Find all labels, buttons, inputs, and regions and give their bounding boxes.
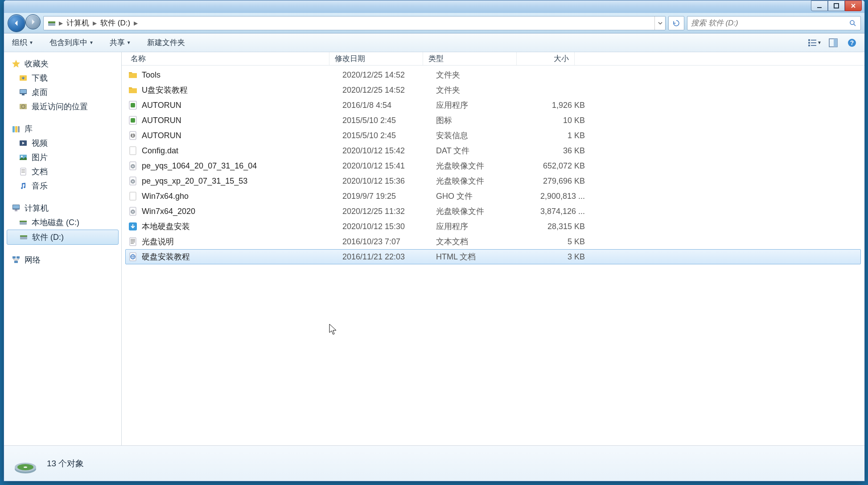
- file-row[interactable]: AUTORUN 2015/5/10 2:45 安装信息 1 KB: [125, 128, 861, 143]
- sidebar-header-computer[interactable]: 计算机: [4, 201, 121, 215]
- breadcrumb-bar[interactable]: ▶ 计算机 ▶ 软件 (D:) ▶: [43, 16, 666, 30]
- refresh-button[interactable]: [668, 16, 684, 30]
- svg-rect-3: [48, 21, 55, 23]
- breadcrumb-item[interactable]: 计算机: [64, 16, 92, 30]
- file-row[interactable]: Config.dat 2020/10/12 15:42 DAT 文件 36 KB: [125, 143, 861, 158]
- file-row[interactable]: 光盘说明 2016/10/23 7:07 文本文档 5 KB: [125, 234, 861, 249]
- back-button[interactable]: [8, 14, 25, 32]
- sidebar-item-downloads[interactable]: 下载: [4, 71, 121, 85]
- column-label: 修改日期: [335, 53, 365, 64]
- new-folder-button[interactable]: 新建文件夹: [144, 36, 188, 49]
- sidebar-item-drive-d[interactable]: 软件 (D:): [7, 230, 119, 245]
- sidebar-label: 音乐: [32, 181, 48, 191]
- column-type[interactable]: 类型: [423, 52, 517, 65]
- file-row[interactable]: Win7x64.gho 2019/9/7 19:25 GHO 文件 2,900,…: [125, 189, 861, 204]
- search-box[interactable]: [687, 16, 861, 30]
- file-icon: [128, 145, 138, 156]
- file-date: 2019/9/7 19:25: [342, 192, 436, 201]
- file-type: DAT 文件: [436, 145, 530, 156]
- svg-point-72: [24, 466, 27, 468]
- body-area: 收藏夹 下载 桌面 最近访问的位置 库 视频 图片 文档 音乐 计算机 本地磁盘…: [4, 52, 864, 445]
- file-row[interactable]: Win7x64_2020 2020/12/25 11:32 光盘映像文件 3,8…: [125, 204, 861, 219]
- sidebar-group-network: 网络: [4, 253, 121, 267]
- maximize-button[interactable]: [828, 0, 845, 11]
- svg-rect-27: [21, 168, 26, 175]
- column-label: 大小: [554, 53, 569, 64]
- file-icon: [128, 236, 138, 247]
- status-text: 13 个对象: [47, 458, 84, 469]
- sidebar-header-libraries[interactable]: 库: [4, 122, 121, 136]
- star-icon: [11, 59, 21, 69]
- column-date[interactable]: 修改日期: [329, 52, 423, 65]
- file-name: Tools: [142, 70, 342, 80]
- svg-point-59: [132, 211, 134, 213]
- svg-rect-49: [130, 147, 136, 155]
- sidebar-label: 计算机: [25, 203, 49, 214]
- svg-rect-5: [808, 39, 810, 41]
- toolbar-label: 新建文件夹: [147, 37, 185, 48]
- file-name: AUTORUN: [142, 131, 342, 140]
- breadcrumb-dropdown[interactable]: [654, 16, 665, 30]
- library-icon: [11, 124, 21, 134]
- chevron-down-icon: ▼: [29, 40, 33, 45]
- file-size: 5 KB: [530, 237, 585, 247]
- sidebar-item-desktop[interactable]: 桌面: [4, 85, 121, 99]
- svg-rect-9: [811, 42, 816, 43]
- help-button[interactable]: ?: [845, 37, 859, 49]
- view-mode-button[interactable]: ▼: [807, 37, 822, 49]
- close-button[interactable]: [845, 0, 862, 11]
- column-name[interactable]: 名称: [125, 52, 329, 65]
- file-date: 2020/12/25 11:32: [342, 207, 436, 216]
- sidebar-label: 桌面: [32, 87, 48, 98]
- sidebar-label: 库: [25, 123, 33, 134]
- column-size[interactable]: 大小: [517, 52, 575, 65]
- svg-rect-38: [12, 256, 16, 259]
- svg-rect-63: [131, 240, 135, 241]
- sidebar-item-music[interactable]: 音乐: [4, 179, 121, 193]
- sidebar-label: 网络: [25, 255, 41, 265]
- forward-button[interactable]: [25, 14, 41, 29]
- file-row[interactable]: 本地硬盘安装 2020/10/12 15:30 应用程序 28,315 KB: [125, 219, 861, 234]
- organize-button[interactable]: 组织▼: [9, 36, 36, 49]
- svg-rect-7: [808, 45, 810, 46]
- file-type: 光盘映像文件: [436, 206, 530, 217]
- sidebar-item-documents[interactable]: 文档: [4, 164, 121, 179]
- svg-rect-18: [22, 94, 25, 95]
- chevron-right-icon[interactable]: ▶: [133, 20, 139, 26]
- file-row[interactable]: AUTORUN 2016/1/8 4:54 应用程序 1,926 KB: [125, 98, 861, 113]
- file-row[interactable]: U盘安装教程 2020/12/25 14:52 文件夹: [125, 82, 861, 98]
- nav-buttons: [8, 14, 41, 32]
- chevron-right-icon[interactable]: ▶: [92, 20, 98, 26]
- svg-rect-6: [808, 42, 810, 44]
- sidebar-label: 本地磁盘 (C:): [32, 217, 79, 228]
- file-row[interactable]: AUTORUN 2015/5/10 2:45 图标 10 KB: [125, 113, 861, 128]
- titlebar[interactable]: [4, 0, 864, 13]
- file-type: 光盘映像文件: [436, 176, 530, 186]
- include-library-button[interactable]: 包含到库中▼: [47, 36, 96, 49]
- file-name: AUTORUN: [142, 116, 342, 125]
- svg-rect-21: [12, 126, 15, 132]
- sidebar-item-videos[interactable]: 视频: [4, 136, 121, 150]
- breadcrumb-item[interactable]: 软件 (D:): [98, 16, 133, 30]
- sidebar-header-favorites[interactable]: 收藏夹: [4, 57, 121, 71]
- file-date: 2020/10/12 15:30: [342, 222, 436, 231]
- preview-pane-button[interactable]: [826, 37, 840, 49]
- share-button[interactable]: 共享▼: [107, 36, 134, 49]
- computer-icon: [11, 203, 21, 213]
- sidebar-item-recent[interactable]: 最近访问的位置: [4, 99, 121, 114]
- file-type: 光盘映像文件: [436, 160, 530, 171]
- search-input[interactable]: [691, 19, 849, 28]
- sidebar-item-pictures[interactable]: 图片: [4, 150, 121, 164]
- sidebar-header-network[interactable]: 网络: [4, 253, 121, 267]
- chevron-right-icon[interactable]: ▶: [58, 20, 64, 26]
- svg-point-55: [132, 181, 134, 182]
- sidebar-item-drive-c[interactable]: 本地磁盘 (C:): [4, 215, 121, 230]
- file-row[interactable]: Tools 2020/12/25 14:52 文件夹: [125, 67, 861, 82]
- sidebar-label: 收藏夹: [25, 58, 49, 69]
- svg-rect-28: [21, 169, 25, 170]
- file-row[interactable]: 硬盘安装教程 2016/11/21 22:03 HTML 文档 3 KB: [125, 249, 861, 264]
- file-row[interactable]: pe_yqs_xp_20_07_31_15_53 2020/10/12 15:3…: [125, 173, 861, 189]
- minimize-button[interactable]: [811, 0, 828, 11]
- file-type: 文件夹: [436, 85, 530, 95]
- file-row[interactable]: pe_yqs_1064_20_07_31_16_04 2020/10/12 15…: [125, 158, 861, 173]
